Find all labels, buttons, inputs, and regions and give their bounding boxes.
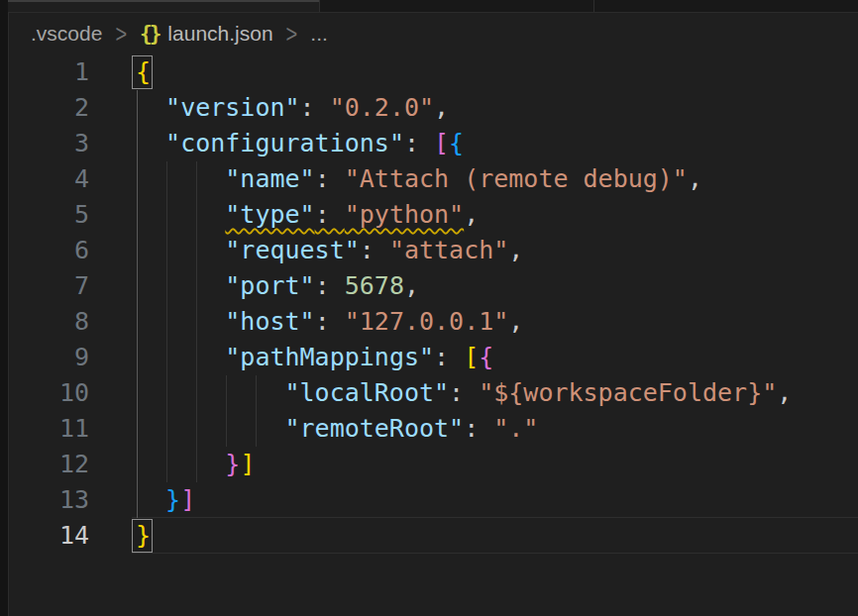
- code-line[interactable]: 13 }]: [0, 482, 858, 518]
- line-content: }]: [136, 447, 255, 482]
- gutter-gap: [89, 54, 136, 90]
- code-token: [136, 93, 165, 122]
- code-token: "version": [165, 93, 299, 122]
- code-token: "Attach (remote debug)": [345, 164, 688, 193]
- line-number[interactable]: 5: [9, 197, 89, 233]
- breadcrumb-item-symbols[interactable]: ...: [310, 22, 328, 46]
- code-token: [136, 271, 225, 300]
- code-token: "name": [225, 164, 314, 193]
- code-token: "remoteRoot": [285, 414, 465, 443]
- gutter-gap: [89, 197, 136, 233]
- line-number[interactable]: 11: [9, 411, 89, 447]
- code-token: ]: [180, 485, 195, 514]
- code-token: :: [300, 93, 330, 122]
- gutter-gap: [89, 161, 136, 197]
- line-content: {: [136, 54, 151, 90]
- line-content: }: [136, 518, 151, 554]
- line-number[interactable]: 4: [9, 161, 89, 197]
- code-token: ".": [493, 414, 538, 443]
- active-tab-edge[interactable]: [8, 0, 319, 12]
- breadcrumb-item-vscode[interactable]: .vscode: [31, 22, 102, 46]
- chevron-right-icon: >: [115, 20, 127, 49]
- code-line[interactable]: 14}: [0, 518, 858, 554]
- line-number[interactable]: 9: [9, 340, 89, 375]
- line-number[interactable]: 10: [9, 375, 89, 411]
- line-number[interactable]: 3: [9, 126, 89, 161]
- breadcrumb: .vscode>{}launch.json>...: [31, 13, 328, 54]
- code-token: [: [434, 129, 449, 157]
- code-line[interactable]: 3 "configurations": [{: [0, 126, 858, 161]
- code-token: "python": [345, 200, 464, 229]
- code-token: :: [449, 378, 479, 407]
- code-token: "type": [225, 200, 314, 229]
- bracket-match-token: }: [136, 518, 151, 554]
- code-line[interactable]: 5 "type": "python",: [0, 197, 858, 233]
- code-line[interactable]: 1{: [0, 54, 858, 90]
- code-token: :: [315, 164, 345, 193]
- code-token: "localRoot": [285, 378, 450, 407]
- line-number[interactable]: 13: [9, 482, 89, 518]
- code-token: "attach": [389, 236, 508, 264]
- code-token: "request": [225, 236, 359, 264]
- chevron-right-icon: >: [286, 20, 298, 49]
- code-token: "port": [225, 271, 314, 300]
- code-line[interactable]: 4 "name": "Attach (remote debug)",: [0, 161, 858, 197]
- code-token: "0.2.0": [330, 93, 434, 122]
- breadcrumb-label: ...: [310, 22, 328, 46]
- gutter-gap: [89, 518, 136, 554]
- json-braces-icon: {}: [140, 22, 159, 46]
- gutter-gap: [89, 90, 136, 126]
- breadcrumb-label: launch.json: [167, 22, 272, 46]
- code-line[interactable]: 10 "localRoot": "${workspaceFolder}",: [0, 375, 858, 411]
- code-token: [136, 414, 285, 443]
- breadcrumb-label: .vscode: [31, 22, 102, 46]
- code-line[interactable]: 11 "remoteRoot": ".": [0, 411, 858, 447]
- tab-divider: [593, 0, 594, 12]
- code-token: [136, 307, 225, 336]
- code-line[interactable]: 12 }]: [0, 447, 858, 482]
- tab-strip: [8, 0, 858, 13]
- code-line[interactable]: 2 "version": "0.2.0",: [0, 90, 858, 126]
- code-token: ,: [777, 378, 792, 407]
- code-line[interactable]: 8 "host": "127.0.0.1",: [0, 304, 858, 340]
- gutter-gap: [89, 340, 136, 375]
- code-token: [136, 129, 165, 157]
- code-token: [136, 200, 225, 229]
- line-content: "port": 5678,: [136, 268, 419, 304]
- gutter-gap: [89, 233, 136, 268]
- line-number[interactable]: 14: [9, 518, 89, 554]
- line-number[interactable]: 7: [9, 268, 89, 304]
- editor-code-area[interactable]: 1{2 "version": "0.2.0",3 "configurations…: [0, 54, 858, 554]
- code-line[interactable]: 9 "pathMappings": [{: [0, 340, 858, 375]
- code-token: [: [464, 343, 479, 371]
- code-token: ,: [508, 236, 523, 264]
- gutter-gap: [89, 304, 136, 340]
- code-token: :: [404, 129, 434, 157]
- line-number[interactable]: 12: [9, 447, 89, 482]
- code-token: ,: [404, 271, 419, 300]
- code-token: ]: [240, 450, 255, 478]
- gutter-gap: [89, 411, 136, 447]
- line-number[interactable]: 6: [9, 233, 89, 268]
- code-token: [136, 343, 225, 371]
- gutter-gap: [89, 268, 136, 304]
- code-token: {: [479, 343, 493, 371]
- line-content: "version": "0.2.0",: [136, 90, 449, 126]
- line-content: }]: [136, 482, 195, 518]
- code-token: ,: [508, 307, 523, 336]
- code-token: :: [315, 200, 345, 229]
- tab-divider: [319, 0, 320, 12]
- line-number[interactable]: 8: [9, 304, 89, 340]
- code-token: :: [315, 271, 345, 300]
- code-token: :: [315, 307, 345, 336]
- code-token: "host": [225, 307, 314, 336]
- code-token: [136, 236, 225, 264]
- code-line[interactable]: 7 "port": 5678,: [0, 268, 858, 304]
- code-token: :: [434, 343, 464, 371]
- breadcrumb-item-launch-json[interactable]: {}launch.json: [140, 22, 273, 46]
- code-token: }: [225, 450, 240, 478]
- line-number[interactable]: 1: [9, 54, 89, 90]
- code-line[interactable]: 6 "request": "attach",: [0, 233, 858, 268]
- line-number[interactable]: 2: [9, 90, 89, 126]
- code-token: 5678: [345, 271, 404, 300]
